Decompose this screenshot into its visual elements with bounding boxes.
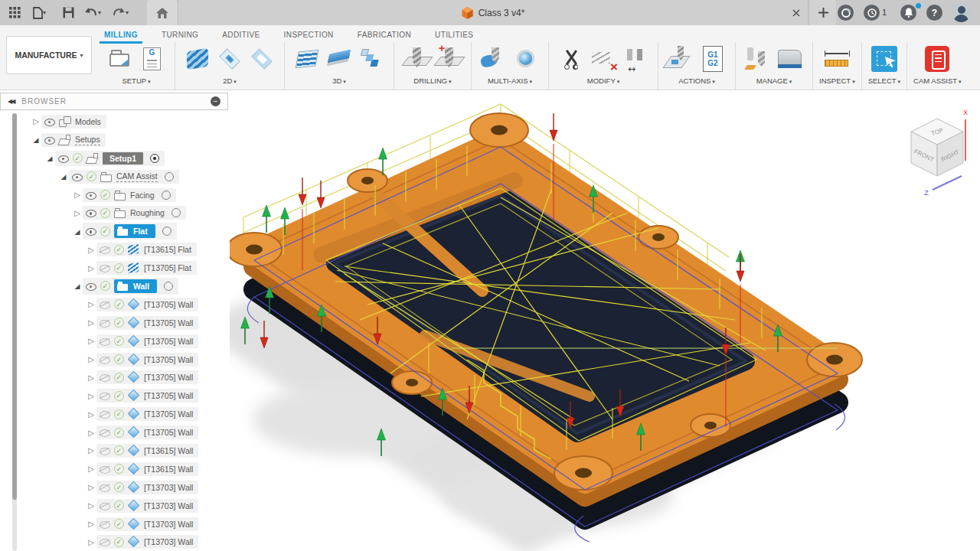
toolbar-group-label[interactable]: INSPECT [819,77,855,85]
tree-row-pill[interactable]: [T13705] Wall [96,316,198,330]
generated-check-icon[interactable] [100,281,110,291]
document-tab[interactable]: Class 3 v4* [178,0,808,25]
toolbar-group-label[interactable]: MODIFY [587,77,619,85]
tree-scrollbar-thumb[interactable] [12,113,17,500]
tree-row[interactable]: [T13705] Wall [0,386,230,405]
collapsed-twist-icon[interactable] [86,392,96,400]
tree-row-pill[interactable]: Setup1 [55,151,165,166]
tab-inspection[interactable]: INSPECTION [283,28,335,44]
tree-row[interactable]: [T13705] Wall [0,423,230,442]
undo-caret[interactable]: ▾ [98,9,101,16]
tree-row-pill[interactable]: [T13705] Flat [96,261,197,275]
tree-row-pill[interactable]: CAM Assist [69,170,179,184]
collapsed-twist-icon[interactable] [86,501,96,510]
visibility-eye-icon[interactable] [85,191,96,200]
drill-tap-icon[interactable] [433,43,465,75]
tree-row-pill[interactable]: Wall [83,278,178,295]
visibility-eye-icon[interactable] [85,282,96,291]
generated-check-icon[interactable] [114,428,124,438]
save-button[interactable] [58,3,78,22]
help-button[interactable]: ? [926,5,942,21]
selection-box-icon[interactable] [868,43,900,75]
generated-check-icon[interactable] [114,482,124,492]
tab-additive[interactable]: ADDITIVE [220,28,261,44]
swarf-icon[interactable] [478,43,510,75]
tree-row[interactable]: [T13615] Flat [0,240,230,259]
tree-row[interactable]: [T13705] Wall [0,332,230,350]
visibility-off-icon[interactable] [99,263,110,272]
avatar[interactable] [952,3,971,22]
tree-scrollbar-track[interactable] [12,113,17,551]
expanded-twist-icon[interactable] [58,172,69,181]
visibility-eye-icon[interactable] [71,172,83,181]
visibility-off-icon[interactable] [99,391,110,400]
collapsed-twist-icon[interactable] [86,429,96,437]
view-cube[interactable]: TOP FRONT RIGHT X Z [902,107,975,201]
tree-row[interactable]: Setups [0,131,230,149]
pocket-3d-icon[interactable] [323,43,355,75]
tree-row-pill[interactable]: [T13703] Wall [96,481,198,494]
generated-check-icon[interactable] [114,537,124,547]
tree-row[interactable]: Setup1 [0,149,230,168]
steep-3d-icon[interactable] [355,43,387,75]
collapsed-twist-icon[interactable] [86,300,96,308]
pocket-2d-icon[interactable] [214,43,246,75]
home-tab[interactable] [147,0,178,25]
generated-check-icon[interactable] [73,153,83,163]
visibility-off-icon[interactable] [99,337,110,346]
active-setup-radio-selected[interactable] [150,154,159,163]
tree-row[interactable]: Facing [0,186,230,204]
visibility-off-icon[interactable] [99,465,110,474]
simulate-icon[interactable] [665,43,697,75]
generated-check-icon[interactable] [114,409,124,419]
collapsed-twist-icon[interactable] [86,483,96,491]
visibility-eye-icon[interactable] [44,135,55,145]
visibility-eye-icon[interactable] [85,227,96,236]
gcode-sheet-icon[interactable]: G [136,43,168,75]
collapsed-twist-icon[interactable] [86,538,96,546]
tree-row[interactable]: [T13703] Wall [0,478,230,497]
collapsed-twist-icon[interactable] [86,520,96,528]
visibility-off-icon[interactable] [99,409,110,419]
tree-row-pill[interactable]: [T13615] Wall [96,444,198,458]
tree-row-pill[interactable]: [T13703] Wall [96,517,198,531]
collapsed-twist-icon[interactable] [86,246,96,254]
visibility-off-icon[interactable] [99,300,110,309]
file-menu-caret[interactable]: ▾ [43,9,46,16]
toolbar-group-label[interactable]: SETUP [122,77,150,85]
toolbar-group-label[interactable]: SELECT [868,77,900,85]
toolbar-group-label[interactable]: 2D [223,77,237,85]
adaptive-3d-icon[interactable] [291,43,323,75]
tab-close-button[interactable] [789,5,804,21]
tree-row[interactable]: [T13705] Wall [0,350,230,369]
toolbar-group-label[interactable]: 3D [332,77,346,85]
tree-row-pill[interactable]: [T13615] Flat [96,243,197,256]
new-tab-button[interactable] [810,0,836,25]
tree-row[interactable]: [T13615] Wall [0,442,230,460]
slot-2d-icon[interactable] [246,43,278,75]
generated-check-icon[interactable] [114,519,124,529]
trim-toolpath-icon[interactable] [555,43,587,75]
tree-row[interactable]: [T13705] Wall [0,368,230,386]
collapsed-twist-icon[interactable] [86,318,96,327]
tab-milling[interactable]: MILLING [103,28,139,44]
collapsed-twist-icon[interactable] [86,355,96,364]
tree-row-pill[interactable]: [T13705] Wall [96,389,198,403]
visibility-eye-icon[interactable] [57,154,69,163]
setup-radio[interactable] [172,208,181,217]
workspace-switcher[interactable]: MANUFACTURE [6,36,92,74]
generated-check-icon[interactable] [87,171,96,181]
browser-minimize-icon[interactable]: − [211,96,220,106]
visibility-off-icon[interactable] [99,483,110,492]
tree-row-pill[interactable]: [T13705] Wall [96,370,198,384]
setup-radio[interactable] [162,227,172,236]
collapsed-twist-icon[interactable] [86,446,96,455]
tool-library-icon[interactable] [742,43,774,75]
expanded-twist-icon[interactable] [31,135,41,144]
generated-check-icon[interactable] [114,318,124,328]
tree-row[interactable]: [T13705] Wall [0,295,230,314]
toolbar-group-label[interactable]: DRILLING [413,77,451,85]
generated-check-icon[interactable] [114,464,124,474]
collapsed-twist-icon[interactable] [86,465,96,473]
collapsed-twist-icon[interactable] [86,337,96,345]
